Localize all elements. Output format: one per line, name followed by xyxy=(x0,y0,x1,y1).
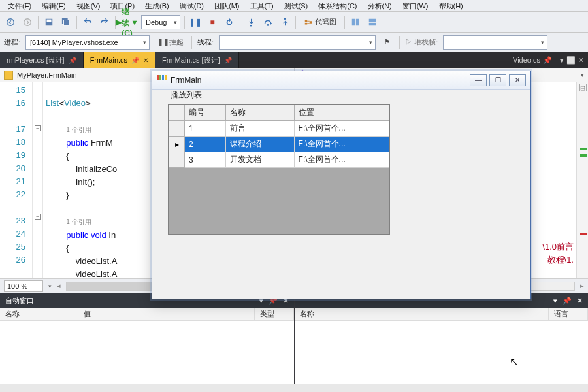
process-label: 进程: xyxy=(4,37,20,47)
panel-menu-icon[interactable]: ▾ xyxy=(553,297,557,305)
tab-frmplayer-design[interactable]: rmPlayer.cs [设计]📌 xyxy=(0,52,84,68)
hscroll-right-icon[interactable]: ▸ xyxy=(580,282,584,290)
col-value[interactable]: 值 xyxy=(78,308,255,320)
col-lang[interactable]: 语言 xyxy=(549,308,588,320)
process-combo[interactable]: [6140] MyPlayer.vshost.exe xyxy=(25,35,150,50)
tab-video-cs[interactable]: Video.cs 📌 xyxy=(508,56,557,65)
right-columns: 名称 语言 xyxy=(295,308,589,321)
col-path[interactable]: 位置 xyxy=(294,105,389,121)
separator xyxy=(344,16,345,29)
close-all-icon[interactable]: ✕ xyxy=(578,56,584,65)
pin-icon[interactable]: 📌 xyxy=(543,56,552,65)
cell-name[interactable]: 课程介绍 xyxy=(226,137,294,152)
svg-rect-9 xyxy=(305,20,308,22)
cell-id[interactable]: 1 xyxy=(185,121,226,137)
tool-icon-2[interactable] xyxy=(366,16,379,29)
grid-row-selected[interactable]: ▸ 2 课程介绍 F:\全网首个... xyxy=(169,137,389,152)
stop-icon[interactable]: ■ xyxy=(206,16,219,29)
menu-arch[interactable]: 体系结构(C) xyxy=(314,0,361,11)
maximize-button[interactable]: ❐ xyxy=(489,74,506,86)
row-header-current[interactable]: ▸ xyxy=(169,137,185,152)
row-header[interactable] xyxy=(169,152,185,168)
fold-toggle-icon[interactable]: − xyxy=(35,214,41,220)
nav-class-label: MyPlayer.FrmMain xyxy=(17,71,77,79)
menu-tools[interactable]: 工具(T) xyxy=(246,0,278,11)
menu-edit[interactable]: 编辑(E) xyxy=(38,0,70,11)
debug-location-toolbar: 进程: [6140] MyPlayer.vshost.exe ❚❚ 挂起 线程:… xyxy=(0,33,588,52)
save-icon[interactable] xyxy=(42,16,56,29)
nav-fwd-icon[interactable] xyxy=(21,16,34,29)
tab-frmmain-design[interactable]: FrmMain.cs [设计]📌 xyxy=(155,52,239,68)
menu-file[interactable]: 文件(F) xyxy=(4,0,35,11)
col-name[interactable]: 名称 xyxy=(295,308,549,320)
zoom-dropdown-icon[interactable]: ▾ xyxy=(48,283,52,289)
cell-path[interactable]: F:\全网首个... xyxy=(294,152,389,168)
zoom-combo[interactable]: 100 % xyxy=(4,280,43,292)
redo-icon[interactable] xyxy=(98,16,111,29)
cell-path[interactable]: F:\全网首个... xyxy=(294,121,389,137)
col-type[interactable]: 类型 xyxy=(255,308,294,320)
pin-icon[interactable]: 📌 xyxy=(224,57,232,64)
cell-path[interactable]: F:\全网首个... xyxy=(294,137,389,152)
pin-icon[interactable]: 📌 xyxy=(69,57,76,64)
cell-id[interactable]: 2 xyxy=(185,137,226,152)
pin-icon[interactable]: 📌 xyxy=(563,297,572,305)
menu-build[interactable]: 生成(B) xyxy=(141,0,173,11)
tool-icon-1[interactable] xyxy=(349,16,362,29)
menu-view[interactable]: 视图(V) xyxy=(73,0,105,11)
close-button[interactable]: ✕ xyxy=(509,74,526,86)
svg-rect-5 xyxy=(64,20,70,25)
split-icon[interactable]: ⊟ xyxy=(579,84,587,91)
app-titlebar[interactable]: FrmMain — ❐ ✕ xyxy=(152,71,530,90)
svg-point-7 xyxy=(267,24,269,26)
playlist-datagrid[interactable]: 编号 名称 位置 1 前言 F:\全网首个... ▸ 2 课程介绍 F xyxy=(168,104,390,235)
app-window-frmmain[interactable]: FrmMain — ❐ ✕ 播放列表 编号 名称 位置 1 前 xyxy=(152,71,531,299)
cell-id[interactable]: 3 xyxy=(185,152,226,168)
overview-ruler[interactable]: ⊟ xyxy=(576,82,588,278)
nav-back-icon[interactable] xyxy=(4,16,17,29)
row-header[interactable] xyxy=(169,121,185,137)
hscroll-left-icon[interactable]: ◂ xyxy=(57,282,61,290)
close-icon[interactable]: ✕ xyxy=(577,297,583,305)
separator xyxy=(76,16,77,29)
continue-button[interactable]: ▶ 继续(C) ▾ xyxy=(120,16,133,29)
right-body[interactable] xyxy=(295,321,589,384)
suspend-label: 挂起 xyxy=(169,37,184,47)
step-out-icon[interactable] xyxy=(278,16,291,29)
minimize-button[interactable]: — xyxy=(470,74,487,86)
step-over-icon[interactable] xyxy=(261,16,274,29)
restart-icon[interactable] xyxy=(223,16,236,29)
menu-team[interactable]: 团队(M) xyxy=(210,0,244,11)
suspend-button[interactable]: ❚❚ 挂起 xyxy=(155,36,186,49)
pause-icon[interactable]: ❚❚ xyxy=(189,16,202,29)
grid-header-row: 编号 名称 位置 xyxy=(169,105,389,121)
flag-icon[interactable]: ⚑ xyxy=(381,36,394,49)
undo-icon[interactable] xyxy=(81,16,94,29)
step-into-icon[interactable] xyxy=(244,16,257,29)
menu-test[interactable]: 测试(S) xyxy=(280,0,312,11)
grid-row[interactable]: 1 前言 F:\全网首个... xyxy=(169,121,389,137)
config-combo[interactable]: Debug xyxy=(141,15,180,29)
codemap-button[interactable]: 代码图 xyxy=(300,16,340,29)
menu-debug[interactable]: 调试(D) xyxy=(176,0,208,11)
fold-toggle-icon[interactable]: − xyxy=(35,125,41,131)
maximize-icon[interactable]: ⬜ xyxy=(566,56,576,65)
stackframe-combo[interactable] xyxy=(443,35,547,50)
col-id[interactable]: 编号 xyxy=(185,105,226,121)
save-all-icon[interactable] xyxy=(59,16,73,29)
tab-overflow-icon[interactable]: ▾ xyxy=(560,56,564,65)
col-name[interactable]: 名称 xyxy=(226,105,294,121)
col-name[interactable]: 名称 xyxy=(0,308,78,320)
corner-header[interactable] xyxy=(169,105,185,121)
close-icon[interactable]: ✕ xyxy=(143,57,148,64)
thread-combo[interactable] xyxy=(219,35,376,50)
tab-frmmain-cs[interactable]: FrmMain.cs📌✕ xyxy=(84,52,155,68)
menu-analyze[interactable]: 分析(N) xyxy=(364,0,396,11)
grid-row[interactable]: 3 开发文档 F:\全网首个... xyxy=(169,152,389,168)
cell-name[interactable]: 开发文档 xyxy=(226,152,294,168)
cell-name[interactable]: 前言 xyxy=(226,121,294,137)
autos-body[interactable] xyxy=(0,321,294,384)
pin-icon[interactable]: 📌 xyxy=(131,57,139,64)
menu-window[interactable]: 窗口(W) xyxy=(399,0,433,11)
menu-help[interactable]: 帮助(H) xyxy=(435,0,467,11)
